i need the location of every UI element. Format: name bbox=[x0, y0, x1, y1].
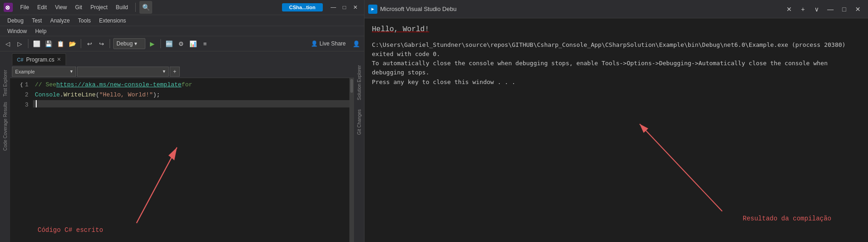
code-line-1: // See https://aka.ms/new-console-templa… bbox=[33, 80, 349, 90]
debug-mode-dropdown[interactable]: Debug ▾ bbox=[113, 38, 145, 49]
menu-window[interactable]: Window bbox=[4, 27, 31, 35]
line-number-1: 1 bbox=[25, 80, 28, 90]
code-class-console: Console bbox=[35, 90, 60, 100]
editor-scrollbar[interactable] bbox=[349, 78, 354, 242]
find-button[interactable]: 🔤 bbox=[164, 39, 174, 49]
scrollbar-thumb[interactable] bbox=[350, 79, 353, 93]
code-method-writeline: WriteLine bbox=[63, 90, 95, 100]
forward-button[interactable]: ▷ bbox=[15, 39, 25, 49]
debug-minimize-btn[interactable]: — bbox=[824, 3, 837, 16]
svg-line-5 bbox=[640, 124, 722, 211]
editor-area: Test Explorer Code Coverage Results C# P… bbox=[0, 51, 364, 242]
sidebar-test-explorer[interactable]: Test Explorer bbox=[3, 70, 8, 96]
debug-window-controls: ✕ + ∨ — □ ✕ bbox=[783, 3, 864, 16]
visual-studio-panel: ⊗ File Edit View Git Project Build 🔍 CSh… bbox=[0, 0, 365, 242]
debug-app-icon: ► bbox=[368, 5, 377, 14]
toolbar-icon-5[interactable]: ⚙ bbox=[176, 39, 186, 49]
code-link[interactable]: https://aka.ms/new-console-template bbox=[56, 80, 182, 90]
account-button[interactable]: 👤 bbox=[351, 39, 361, 49]
debug-title-text: Microsoft Visual Studio Debu bbox=[380, 6, 780, 12]
code-comment-suffix: for bbox=[182, 80, 192, 90]
menu-debug[interactable]: Debug bbox=[4, 17, 27, 25]
debug-annotation-label: Resultado da compilação bbox=[743, 214, 831, 224]
menu-project[interactable]: Project bbox=[87, 3, 111, 11]
live-share-label: Live Share bbox=[320, 40, 346, 47]
sidebar-code-coverage[interactable]: Code Coverage Results bbox=[3, 102, 8, 151]
search-button[interactable]: 🔍 bbox=[139, 1, 152, 14]
sidebar-git-changes[interactable]: Git Changes bbox=[357, 109, 362, 135]
debug-content-area: Hello, World! C:\Users\Gabriel_Stundner\… bbox=[365, 18, 868, 242]
tab-program-cs[interactable]: C# Program.cs ✕ bbox=[12, 53, 66, 65]
close-button[interactable]: ✕ bbox=[350, 2, 360, 12]
vs-main-editor: C# Program.cs ✕ Example ▾ ▾ + bbox=[10, 51, 354, 242]
line-numbers: { 1 2 3 bbox=[10, 78, 33, 242]
vs-toolbar: ◁ ▷ ⬜ 💾 📋 📂 ↩ ↪ Debug ▾ ▶ 🔤 ⚙ 📊 ≡ 👤 Live… bbox=[0, 36, 364, 51]
debug-close-tab-btn[interactable]: ✕ bbox=[783, 3, 796, 16]
code-line-2: Console.WriteLine("Hello, World!"); bbox=[33, 90, 349, 100]
toolbar-icon-2[interactable]: 💾 bbox=[44, 39, 54, 49]
line-number-3: 3 bbox=[25, 100, 28, 110]
debug-console-panel: ► Microsoft Visual Studio Debu ✕ + ∨ — □… bbox=[365, 0, 868, 242]
menu-view[interactable]: View bbox=[51, 3, 71, 11]
sidebar-solution-explorer[interactable]: Solution Explorer bbox=[357, 65, 362, 100]
start-debug-button[interactable]: ▶ bbox=[147, 39, 157, 49]
type-dropdown[interactable]: ▾ bbox=[77, 67, 169, 77]
toolbar-icon-1[interactable]: ⬜ bbox=[32, 39, 42, 49]
tab-close-button[interactable]: ✕ bbox=[57, 56, 61, 62]
editor-options-btn[interactable]: + bbox=[170, 67, 180, 77]
vs-window-controls: — □ ✕ bbox=[328, 2, 360, 12]
code-string-hello: "Hello, World!" bbox=[99, 90, 153, 100]
menu-edit[interactable]: Edit bbox=[33, 3, 50, 11]
sidebar-left: Test Explorer Code Coverage Results bbox=[0, 51, 10, 242]
gutter-line-2: 2 bbox=[25, 90, 28, 100]
editor-nav-header: Example ▾ ▾ + bbox=[10, 65, 354, 78]
toolbar-icon-6[interactable]: 📊 bbox=[188, 39, 198, 49]
debug-output-text: C:\Users\Gabriel_Stundner\source\repos\G… bbox=[372, 40, 861, 87]
redo-button[interactable]: ↪ bbox=[96, 39, 106, 49]
menu-help[interactable]: Help bbox=[32, 27, 50, 35]
gutter-line-1: { 1 bbox=[20, 80, 28, 90]
back-button[interactable]: ◁ bbox=[3, 39, 13, 49]
solution-title-btn: CSha...tion bbox=[282, 3, 323, 11]
code-editor: { 1 2 3 // See https://aka.ms/new-consol… bbox=[10, 78, 354, 242]
toolbar-separator-3 bbox=[110, 39, 110, 48]
toolbar-separator-2 bbox=[81, 39, 81, 48]
menu-git[interactable]: Git bbox=[72, 3, 86, 11]
minimize-button[interactable]: — bbox=[328, 2, 338, 12]
code-comment-prefix: // See bbox=[35, 80, 56, 90]
tab-csharp-icon: C# bbox=[17, 57, 23, 62]
menu-test[interactable]: Test bbox=[28, 17, 45, 25]
code-content[interactable]: // See https://aka.ms/new-console-templa… bbox=[33, 78, 349, 242]
toolbar-icon-4[interactable]: 📂 bbox=[67, 39, 77, 49]
toolbar-icon-3[interactable]: 📋 bbox=[55, 39, 66, 49]
vs-menu-row2: Debug Test Analyze Tools Extensions bbox=[0, 15, 364, 26]
cursor-indicator bbox=[36, 100, 39, 107]
live-share-button[interactable]: 👤 Live Share bbox=[307, 39, 349, 48]
debug-close-btn[interactable]: ✕ bbox=[851, 3, 864, 16]
toolbar-separator-4 bbox=[160, 39, 161, 48]
vs-menu-row3: Window Help bbox=[0, 26, 364, 36]
debug-titlebar: ► Microsoft Visual Studio Debu ✕ + ∨ — □… bbox=[365, 0, 868, 18]
debug-tab-dropdown-btn[interactable]: ∨ bbox=[810, 3, 823, 16]
debug-hello-output: Hello, World! bbox=[372, 24, 861, 35]
code-line-3 bbox=[33, 100, 349, 107]
namespace-dropdown[interactable]: Example ▾ bbox=[12, 67, 76, 77]
debug-maximize-btn[interactable]: □ bbox=[838, 3, 851, 16]
collapse-icon: { bbox=[20, 80, 23, 90]
gutter-line-3: 3 bbox=[25, 100, 28, 110]
editor-tabs: C# Program.cs ✕ bbox=[10, 51, 354, 65]
menu-analyze[interactable]: Analyze bbox=[46, 17, 73, 25]
menu-tools[interactable]: Tools bbox=[74, 17, 94, 25]
live-share-icon: 👤 bbox=[311, 40, 318, 47]
svg-text:⊗: ⊗ bbox=[5, 4, 10, 11]
undo-button[interactable]: ↩ bbox=[84, 39, 94, 49]
toolbar-separator-1 bbox=[28, 39, 28, 48]
menu-file[interactable]: File bbox=[17, 3, 33, 11]
maximize-button[interactable]: □ bbox=[339, 2, 349, 12]
vs-menu-row1: File Edit View Git Project Build bbox=[17, 3, 132, 11]
menu-build[interactable]: Build bbox=[112, 3, 132, 11]
debug-new-tab-btn[interactable]: + bbox=[796, 3, 809, 16]
toolbar-icon-7[interactable]: ≡ bbox=[200, 39, 210, 49]
menu-extensions[interactable]: Extensions bbox=[95, 17, 130, 25]
vs-titlebar: ⊗ File Edit View Git Project Build 🔍 CSh… bbox=[0, 0, 364, 15]
